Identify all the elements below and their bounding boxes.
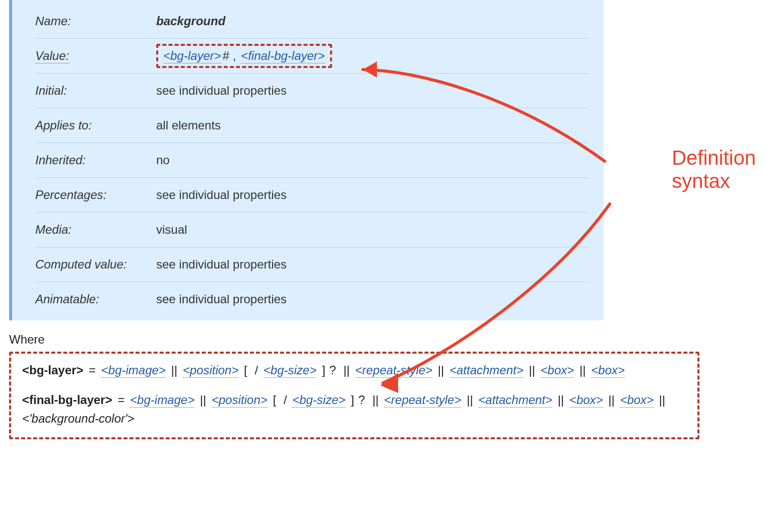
propdef-label: Name: — [35, 14, 156, 28]
propdef-label: Value: — [35, 49, 69, 63]
syntax-highlight-box: <bg-layer># , <final-bg-layer> — [156, 44, 332, 68]
propdef-value: see individual properties — [156, 292, 589, 306]
propdef-label: Applies to: — [35, 118, 156, 132]
propdef-value-name: background — [156, 14, 589, 28]
syntax-link-box[interactable]: <box> — [541, 363, 574, 378]
propdef-row-media: Media: visual — [35, 212, 589, 247]
where-lhs: <final-bg-layer> — [22, 393, 112, 407]
syntax-link-bg-layer[interactable]: <bg-layer> — [163, 49, 221, 63]
syntax-link-bg-image[interactable]: <bg-image> — [101, 363, 166, 378]
syntax-link-attachment[interactable]: <attachment> — [478, 393, 552, 408]
annotation-line1: Definition — [672, 147, 756, 169]
propdef-row-percentages: Percentages: see individual properties — [35, 177, 589, 212]
propdef-label: Media: — [35, 223, 156, 237]
annotation-definition-syntax: Definition syntax — [672, 146, 756, 192]
propdef-value: see individual properties — [156, 257, 589, 272]
propdef-label: Animatable: — [35, 292, 156, 306]
propdef-row-initial: Initial: see individual properties — [35, 73, 589, 108]
where-syntax-box: <bg-layer> = <bg-image> || <position> [ … — [9, 352, 699, 439]
syntax-link-repeat-style[interactable]: <repeat-style> — [384, 393, 461, 408]
syntax-link-attachment[interactable]: <attachment> — [449, 363, 524, 378]
propdef-row-inherited: Inherited: no — [35, 143, 589, 177]
syntax-link-bg-image[interactable]: <bg-image> — [130, 393, 195, 408]
propdef-value: no — [156, 153, 589, 167]
syntax-link-bg-size[interactable]: <bg-size> — [292, 393, 345, 408]
propdef-row-computed-value: Computed value: see individual propertie… — [35, 247, 589, 282]
propdef-label: Inherited: — [35, 153, 156, 167]
syntax-link-bg-size[interactable]: <bg-size> — [264, 363, 316, 378]
propdef-value: see individual properties — [156, 188, 589, 202]
syntax-link-box[interactable]: <box> — [620, 393, 654, 408]
propdef-value: all elements — [156, 118, 589, 132]
syntax-link-repeat-style[interactable]: <repeat-style> — [355, 363, 432, 378]
propdef-row-value: Value: <bg-layer># , <final-bg-layer> — [35, 38, 589, 73]
syntax-link-box[interactable]: <box> — [569, 393, 603, 408]
syntax-link-background-color[interactable]: <'background-color'> — [22, 412, 135, 425]
propdef-row-name: Name: background — [35, 4, 589, 38]
syntax-link-position[interactable]: <position> — [183, 363, 239, 378]
property-definition-table: Name: background Value: <bg-layer># , <f… — [9, 0, 604, 320]
propdef-value: visual — [156, 223, 589, 237]
where-line-bg-layer: <bg-layer> = <bg-image> || <position> [ … — [22, 361, 686, 379]
propdef-row-applies-to: Applies to: all elements — [35, 108, 589, 143]
syntax-link-box[interactable]: <box> — [591, 363, 625, 378]
syntax-link-final-bg-layer[interactable]: <final-bg-layer> — [241, 49, 325, 63]
propdef-label: Initial: — [35, 84, 156, 98]
propdef-value: see individual properties — [156, 84, 589, 98]
where-lhs: <bg-layer> — [22, 363, 83, 377]
propdef-label: Computed value: — [35, 257, 156, 272]
propdef-label: Percentages: — [35, 188, 156, 202]
syntax-link-position[interactable]: <position> — [212, 393, 268, 408]
propdef-row-animatable: Animatable: see individual properties — [35, 282, 589, 316]
annotation-line2: syntax — [672, 170, 730, 192]
where-line-final-bg-layer: <final-bg-layer> = <bg-image> || <positi… — [22, 390, 686, 428]
syntax-text: # , — [223, 49, 239, 62]
where-heading: Where — [9, 332, 763, 347]
